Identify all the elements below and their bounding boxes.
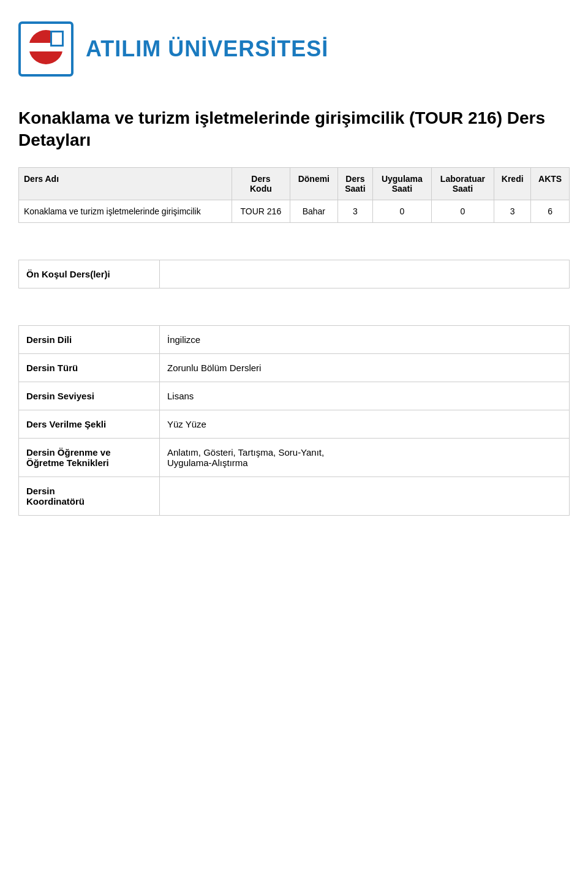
col-header-laboratuar-saati: LaboratuarSaati: [431, 167, 494, 200]
course-row: Konaklama ve turizm işletmelerinde giriş…: [19, 200, 570, 222]
ders-kodu-cell: TOUR 216: [232, 200, 290, 222]
info-row: Dersin Öğrenme veÖğretme TeknikleriAnlat…: [19, 438, 570, 477]
info-label-5: DersinKoordinatörü: [19, 477, 160, 515]
uygulama-saati-cell: 0: [373, 200, 431, 222]
info-value-3: Yüz Yüze: [160, 410, 570, 438]
col-header-uygulama-saati: UygulamaSaati: [373, 167, 431, 200]
akts-cell: 6: [531, 200, 570, 222]
prereq-label: Ön Koşul Ders(ler)i: [19, 260, 160, 288]
info-label-2: Dersin Seviyesi: [19, 382, 160, 410]
info-row: DersinKoordinatörü: [19, 477, 570, 515]
kredi-cell: 3: [494, 200, 531, 222]
logo-container: [18, 21, 74, 77]
col-header-donemi: Dönemi: [290, 167, 337, 200]
university-logo: [18, 21, 74, 77]
col-header-ders-kodu: DersKodu: [232, 167, 290, 200]
info-table: Dersin DiliİngilizceDersin TürüZorunlu B…: [18, 325, 570, 516]
info-label-0: Dersin Dili: [19, 325, 160, 353]
info-value-4: Anlatım, Gösteri, Tartışma, Soru-Yanıt,U…: [160, 438, 570, 477]
info-row: Dersin Diliİngilizce: [19, 325, 570, 353]
course-info-table: Ders Adı DersKodu Dönemi DersSaati Uygul…: [18, 167, 570, 223]
col-header-ders-saati: DersSaati: [337, 167, 372, 200]
prereq-table: Ön Koşul Ders(ler)i: [18, 260, 570, 288]
donemi-cell: Bahar: [290, 200, 337, 222]
col-header-akts: AKTS: [531, 167, 570, 200]
info-value-2: Lisans: [160, 382, 570, 410]
laboratuar-saati-cell: 0: [431, 200, 494, 222]
prereq-row: Ön Koşul Ders(ler)i: [19, 260, 570, 288]
info-value-1: Zorunlu Bölüm Dersleri: [160, 353, 570, 382]
info-label-4: Dersin Öğrenme veÖğretme Teknikleri: [19, 438, 160, 477]
info-row: Dersin SeviyesiLisans: [19, 382, 570, 410]
info-label-1: Dersin Türü: [19, 353, 160, 382]
university-name: ATILIM ÜNİVERSİTESİ: [86, 36, 328, 62]
page-title: Konaklama ve turizm işletmelerinde giriş…: [18, 107, 570, 152]
info-value-5: [160, 477, 570, 515]
col-header-ders-adi: Ders Adı: [19, 167, 232, 200]
info-label-3: Ders Verilme Şekli: [19, 410, 160, 438]
info-value-0: İngilizce: [160, 325, 570, 353]
info-row: Dersin TürüZorunlu Bölüm Dersleri: [19, 353, 570, 382]
svg-rect-5: [52, 32, 62, 45]
ders-adi-cell: Konaklama ve turizm işletmelerinde giriş…: [19, 200, 232, 222]
prereq-value: [160, 260, 570, 288]
col-header-kredi: Kredi: [494, 167, 531, 200]
header: ATILIM ÜNİVERSİTESİ: [18, 12, 570, 89]
info-row: Ders Verilme ŞekliYüz Yüze: [19, 410, 570, 438]
ders-saati-cell: 3: [337, 200, 372, 222]
